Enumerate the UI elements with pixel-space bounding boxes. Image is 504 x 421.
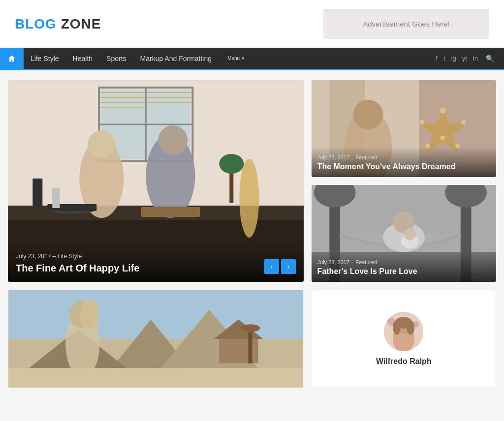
- author-widget: Wilfredo Ralph: [312, 290, 496, 388]
- logo-zone: ZONE: [57, 16, 101, 31]
- bottom-article-card[interactable]: [8, 290, 304, 388]
- nav-link-lifestyle[interactable]: Life Style: [24, 48, 66, 69]
- author-name: Wilfredo Ralph: [376, 357, 432, 366]
- svg-point-31: [353, 100, 383, 130]
- advertisement-banner: Advertisement Goes Here!: [323, 9, 489, 39]
- site-logo[interactable]: BLOG ZONE: [15, 16, 101, 32]
- site-header: BLOG ZONE Advertisement Goes Here!: [0, 0, 504, 48]
- svg-rect-26: [52, 188, 60, 208]
- svg-rect-19: [141, 207, 200, 217]
- bottom-row: Wilfredo Ralph: [8, 290, 496, 388]
- svg-point-59: [80, 299, 100, 332]
- side-card-1-title: The Moment You've Always Dreamed: [317, 162, 490, 171]
- svg-rect-62: [248, 329, 252, 363]
- main-content: July 23, 2017 – Life Style The Fine Art …: [0, 70, 504, 398]
- facebook-icon[interactable]: f: [436, 55, 438, 62]
- slider-next-button[interactable]: ›: [281, 259, 296, 274]
- svg-rect-23: [229, 169, 233, 203]
- svg-point-71: [407, 320, 414, 335]
- nav-menu-dropdown[interactable]: Menu ▾: [219, 56, 251, 61]
- side-card-1-overlay: July 23, 2017 – Featured The Moment You'…: [312, 147, 496, 177]
- nav-link-markup[interactable]: Markup And Formatting: [133, 48, 219, 69]
- home-button[interactable]: [0, 48, 24, 69]
- side-card-1-meta: July 23, 2017 – Featured: [317, 154, 490, 160]
- home-icon: [8, 55, 16, 62]
- author-avatar-image: [384, 312, 423, 351]
- main-navbar: Life Style Health Sports Markup And Form…: [0, 48, 504, 70]
- side-card-2-meta: July 23, 2017 – Featured: [317, 259, 490, 265]
- svg-point-22: [239, 159, 259, 238]
- svg-point-18: [158, 125, 188, 155]
- youtube-icon[interactable]: yt: [462, 55, 467, 62]
- instagram-icon[interactable]: ig: [451, 55, 456, 62]
- slider-prev-button[interactable]: ‹: [264, 259, 279, 274]
- linkedin-icon[interactable]: in: [473, 55, 478, 62]
- featured-meta: July 23, 2017 – Life Style: [16, 253, 296, 260]
- svg-point-63: [241, 324, 260, 332]
- search-button[interactable]: 🔍: [484, 55, 496, 62]
- featured-title: The Fine Art Of Happy Life: [16, 263, 296, 274]
- side-card-2[interactable]: July 23, 2017 – Featured Father's Love I…: [312, 185, 496, 282]
- slider-controls: ‹ ›: [264, 259, 296, 274]
- travel-image: [8, 290, 303, 388]
- top-row: July 23, 2017 – Life Style The Fine Art …: [8, 80, 496, 282]
- side-card-2-title: Father's Love Is Pure Love: [317, 267, 490, 276]
- svg-point-16: [88, 130, 115, 158]
- logo-blog: BLOG: [15, 16, 57, 31]
- svg-point-48: [404, 228, 415, 240]
- travel-illustration: [8, 290, 303, 388]
- featured-large-card[interactable]: July 23, 2017 – Life Style The Fine Art …: [8, 80, 304, 282]
- nav-link-health[interactable]: Health: [66, 48, 99, 69]
- featured-overlay: July 23, 2017 – Life Style The Fine Art …: [8, 243, 304, 282]
- side-card-1[interactable]: July 23, 2017 – Featured The Moment You'…: [312, 80, 496, 177]
- svg-point-70: [393, 320, 401, 335]
- side-card-2-overlay: July 23, 2017 – Featured Father's Love I…: [312, 251, 496, 282]
- twitter-icon[interactable]: t: [443, 55, 445, 62]
- chevron-down-icon: ▾: [242, 56, 244, 61]
- nav-links: Life Style Health Sports Markup And Form…: [24, 48, 428, 69]
- svg-rect-61: [219, 339, 258, 363]
- svg-rect-56: [8, 368, 303, 388]
- side-card-stack: July 23, 2017 – Featured The Moment You'…: [312, 80, 496, 282]
- author-avatar: [384, 312, 423, 351]
- svg-rect-25: [32, 179, 42, 206]
- nav-social-icons: f t ig yt in 🔍: [428, 48, 504, 69]
- nav-link-sports[interactable]: Sports: [99, 48, 133, 69]
- svg-point-24: [219, 154, 244, 174]
